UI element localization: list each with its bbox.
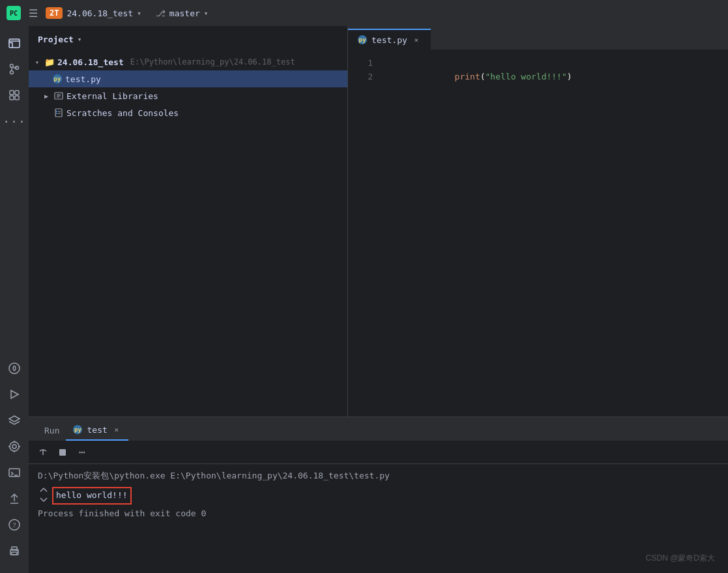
folder-icon: 📁 [44,57,55,67]
panel-tab-close-button[interactable]: × [111,424,122,435]
project-badge: 2T [46,7,63,19]
svg-point-2 [10,71,14,74]
tab-python-icon: py [357,35,368,45]
sidebar-tree: ▾ 📁 24.06.18_test E:\Python\learning_py\… [29,52,347,417]
svg-rect-0 [9,39,20,48]
activity-bar-item-more[interactable]: ··· [3,110,26,133]
tree-item-external-libs[interactable]: ▶ External Libraries [29,87,347,104]
svg-rect-6 [10,96,14,100]
toolbar-scroll-up[interactable] [35,445,51,460]
hamburger-menu[interactable]: ☰ [29,7,38,20]
sidebar-header: Project ▾ [29,26,347,52]
project-name: 24.06.18_test [66,8,133,18]
svg-point-1 [10,65,14,68]
code-line-1: print("hello world!!!") [383,56,728,70]
svg-rect-28 [55,109,62,117]
branch-chevron-icon: ▾ [204,9,209,18]
console-process: Process finished with exit code 0 [38,507,719,521]
editor-tab-testpy[interactable]: py test.py × [348,29,431,50]
scratches-icon [53,108,64,118]
bottom-panel: Run py test × [29,417,728,573]
activity-bar-item-vcs[interactable] [3,57,26,81]
editor-area: py test.py × 1 2 print("hello world!!!") [348,26,728,417]
code-area[interactable]: print("hello world!!!") 💡 [381,50,728,417]
svg-rect-7 [15,96,19,100]
activity-bar-item-print[interactable] [3,539,26,563]
activity-bar-item-deploy[interactable] [3,487,26,510]
svg-point-11 [12,445,16,448]
project-chevron-icon: ▾ [137,9,141,18]
panel-tab-python-icon: py [72,424,83,435]
activity-bar-item-project[interactable] [3,31,26,55]
activity-bar-item-help[interactable]: ? [3,513,26,536]
panel-arrows [39,486,48,503]
python-file-icon: py [52,74,63,84]
tree-root-name: 24.06.18_test [57,57,124,67]
panel-tab-run-label: Run [44,426,59,435]
branch-icon: ⎇ [156,8,166,18]
activity-bar-item-target[interactable] [3,435,26,458]
editor-tabs: py test.py × [348,26,728,50]
panel-tabs: Run py test × [29,417,728,441]
content-area: Project ▾ ▾ 📁 24.06.18_test E:\Python\le… [29,26,728,573]
watermark: CSDN @蒙奇D索大 [646,553,715,564]
svg-point-31 [56,113,57,114]
tree-root-path: E:\Python\learning_py\24.06.18_test [130,57,295,66]
top-content: Project ▾ ▾ 📁 24.06.18_test E:\Python\le… [29,26,728,417]
svg-rect-21 [12,547,17,550]
tree-scratches-label: Scratches and Consoles [66,108,179,118]
main-area: ··· [0,26,728,573]
sidebar: Project ▾ ▾ 📁 24.06.18_test E:\Python\le… [29,26,348,417]
tree-ext-chevron-icon: ▶ [42,91,51,100]
svg-rect-33 [59,449,66,456]
svg-rect-22 [12,552,17,555]
panel-content: D:\Python安装包\python.exe E:\Python\learni… [29,464,728,573]
svg-rect-4 [10,91,14,95]
app-logo: PC [7,6,21,20]
tab-label: test.py [371,35,407,45]
panel-tab-run[interactable]: Run [38,420,66,441]
tree-item-scratches[interactable]: Scratches and Consoles [29,104,347,121]
svg-point-23 [17,550,18,551]
svg-point-29 [56,111,57,112]
project-selector[interactable]: 2T 24.06.18_test ▾ [46,7,141,19]
activity-bar-item-python[interactable] [3,357,26,380]
tree-ext-libs-label: External Libraries [66,91,158,101]
tree-item-root[interactable]: ▾ 📁 24.06.18_test E:\Python\learning_py\… [29,53,347,70]
activity-bar-item-run[interactable] [3,383,26,406]
branch-selector[interactable]: ⎇ master ▾ [156,8,209,18]
tree-chevron-icon: ▾ [33,57,42,66]
line-numbers: 1 2 [348,50,381,417]
sidebar-title: Project [38,35,74,44]
toolbar-stop-button[interactable] [55,445,70,460]
panel-tab-test[interactable]: py test × [66,420,128,441]
panel-toolbar: ⋯ [29,441,728,464]
toolbar-more-button[interactable]: ⋯ [74,445,90,460]
svg-marker-9 [11,390,18,398]
tree-item-testpy[interactable]: py test.py [29,70,347,87]
library-icon [53,91,64,101]
activity-bar-item-plugins[interactable] [3,83,26,107]
activity-bar-item-terminal[interactable] [3,461,26,484]
editor-content[interactable]: 1 2 print("hello world!!!") 💡 [348,50,728,417]
svg-point-8 [9,363,20,374]
svg-rect-5 [15,91,19,95]
activity-bar-item-layers[interactable] [3,409,26,432]
console-output: hello world!!! [52,487,132,505]
activity-bar: ··· [0,26,29,573]
titlebar: PC ☰ 2T 24.06.18_test ▾ ⎇ master ▾ [0,0,728,26]
console-path: D:\Python安装包\python.exe E:\Python\learni… [38,469,719,483]
svg-text:?: ? [13,521,16,529]
lightbulb-hint-icon[interactable]: 💡 [381,87,382,102]
branch-name: master [169,8,200,18]
tab-close-button[interactable]: × [411,35,422,45]
sidebar-header-chevron-icon: ▾ [78,35,82,44]
svg-point-10 [10,442,19,451]
tree-testpy-label: test.py [65,74,101,84]
panel-tab-test-label: test [87,425,107,435]
